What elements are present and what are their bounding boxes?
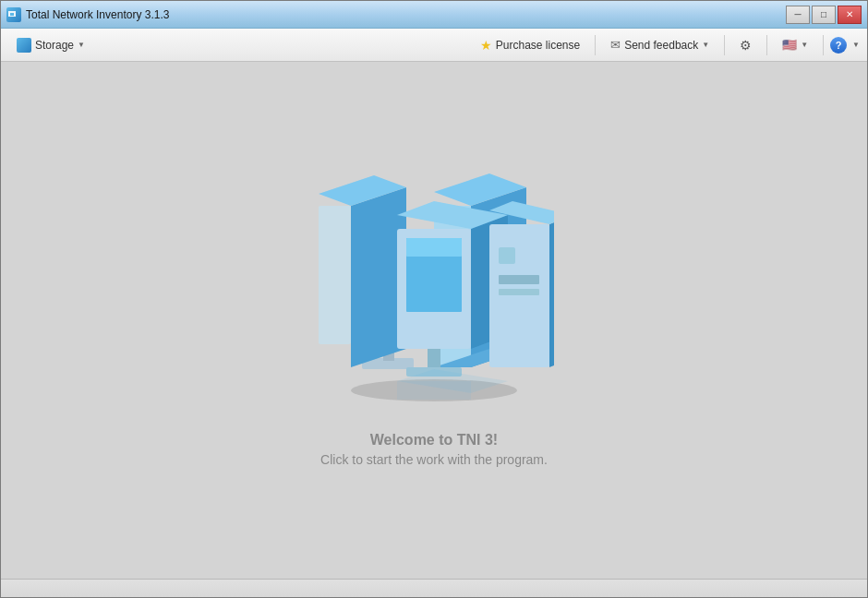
storage-button[interactable]: Storage ▼	[8, 34, 93, 56]
welcome-line1: Welcome to TNI 3!	[320, 432, 548, 448]
separator-1	[595, 35, 596, 55]
separator-4	[823, 35, 824, 55]
svg-marker-21	[549, 215, 554, 367]
purchase-label: Purchase license	[496, 39, 580, 52]
window-title: Total Network Inventory 3.1.3	[26, 8, 169, 21]
svg-rect-1	[10, 13, 14, 16]
separator-3	[766, 35, 767, 55]
svg-rect-25	[499, 289, 539, 295]
purchase-button[interactable]: ★ Purchase license	[472, 34, 588, 56]
welcome-line2: Click to start the work with the program…	[320, 452, 548, 467]
app-window: Total Network Inventory 3.1.3 ─ □ ✕ Stor…	[0, 0, 868, 598]
svg-rect-28	[397, 381, 471, 400]
window-controls: ─ □ ✕	[786, 6, 862, 24]
logo-container: Welcome to TNI 3! Click to start the wor…	[314, 155, 554, 467]
svg-rect-18	[406, 238, 462, 257]
title-bar-left: Total Network Inventory 3.1.3	[6, 7, 169, 22]
minimize-button[interactable]: ─	[786, 6, 810, 24]
flag-icon: 🇺🇸	[782, 38, 797, 52]
language-dropdown-arrow: ▼	[801, 41, 808, 49]
welcome-text[interactable]: Welcome to TNI 3! Click to start the wor…	[320, 432, 548, 467]
feedback-dropdown-arrow: ▼	[702, 41, 709, 49]
svg-rect-19	[428, 349, 440, 367]
maximize-button[interactable]: □	[812, 6, 836, 24]
star-icon: ★	[480, 38, 492, 53]
language-button[interactable]: 🇺🇸 ▼	[774, 34, 816, 55]
storage-dropdown-arrow: ▼	[78, 41, 85, 49]
svg-rect-23	[489, 224, 549, 367]
svg-rect-13	[319, 206, 351, 344]
toolbar: Storage ▼ ★ Purchase license ✉ Send feed…	[1, 29, 867, 62]
toolbar-right: ★ Purchase license ✉ Send feedback ▼ ⚙ 🇺…	[472, 34, 860, 56]
main-content[interactable]: Welcome to TNI 3! Click to start the wor…	[1, 62, 867, 579]
feedback-button[interactable]: ✉ Send feedback ▼	[602, 34, 717, 55]
storage-icon	[17, 38, 31, 53]
separator-2	[724, 35, 725, 55]
svg-rect-24	[499, 275, 539, 284]
storage-label: Storage	[35, 39, 74, 52]
gear-icon: ⚙	[740, 38, 752, 53]
settings-button[interactable]: ⚙	[731, 34, 760, 56]
email-icon: ✉	[610, 38, 621, 52]
close-button[interactable]: ✕	[838, 6, 862, 24]
svg-rect-26	[499, 247, 515, 264]
title-bar: Total Network Inventory 3.1.3 ─ □ ✕	[1, 1, 867, 29]
app-icon	[6, 7, 21, 22]
toolbar-left: Storage ▼	[8, 34, 93, 56]
help-button[interactable]: ?	[830, 37, 847, 54]
help-dropdown-arrow: ▼	[852, 41, 860, 49]
tni-logo	[314, 155, 554, 413]
feedback-label: Send feedback	[624, 39, 698, 52]
status-bar	[1, 579, 867, 597]
